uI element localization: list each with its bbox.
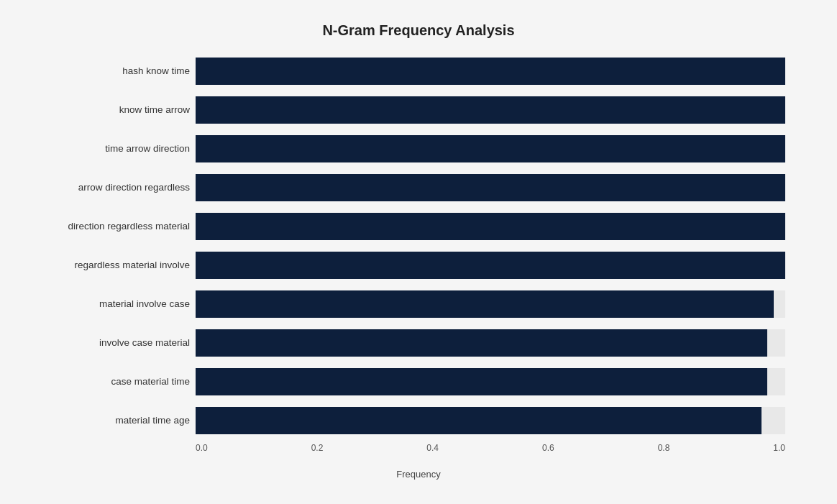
bar-background xyxy=(196,174,785,201)
bar-row: involve case material xyxy=(196,324,785,362)
bar-label: material involve case xyxy=(39,298,190,309)
bar-row: know time arrow xyxy=(196,91,785,129)
bar-background xyxy=(196,213,785,240)
x-tick-label: 0.8 xyxy=(658,443,670,453)
bar-row: hash know time xyxy=(196,52,785,91)
bar-background xyxy=(196,329,785,357)
bar-label: case material time xyxy=(39,376,190,387)
chart-plot: hash know timeknow time arrowtime arrow … xyxy=(37,52,800,480)
bar-row: material involve case xyxy=(196,285,785,324)
bar-fill xyxy=(196,96,785,124)
bar-fill xyxy=(196,252,785,279)
bar-background xyxy=(196,252,785,279)
bar-fill xyxy=(196,174,785,201)
x-tick-label: 0.0 xyxy=(196,443,208,453)
bar-row: regardless material involve xyxy=(196,246,785,285)
bar-label: know time arrow xyxy=(39,104,190,115)
bar-fill xyxy=(196,290,774,318)
chart-title: N-Gram Frequency Analysis xyxy=(37,22,800,39)
bar-fill xyxy=(196,135,785,162)
bar-fill xyxy=(196,213,785,240)
bar-row: material time age xyxy=(196,401,785,440)
bar-label: arrow direction regardless xyxy=(39,182,190,193)
bar-fill xyxy=(196,368,767,395)
bar-fill xyxy=(196,58,785,85)
bar-label: direction regardless material xyxy=(39,221,190,232)
x-axis-label: Frequency xyxy=(37,469,800,480)
bar-background xyxy=(196,58,785,85)
x-tick-label: 0.2 xyxy=(311,443,324,453)
chart-container: N-Gram Frequency Analysis hash know time… xyxy=(23,8,814,497)
bar-fill xyxy=(196,329,767,357)
bar-label: time arrow direction xyxy=(39,143,190,154)
bar-label: hash know time xyxy=(39,65,190,76)
bar-label: material time age xyxy=(39,415,190,426)
bar-label: regardless material involve xyxy=(39,260,190,270)
bar-row: direction regardless material xyxy=(196,207,785,246)
x-tick-label: 0.4 xyxy=(426,443,439,453)
x-tick-label: 0.6 xyxy=(542,443,554,453)
bar-row: case material time xyxy=(196,362,785,401)
bar-label: involve case material xyxy=(39,337,190,348)
bar-background xyxy=(196,407,785,434)
bar-row: arrow direction regardless xyxy=(196,168,785,207)
bar-background xyxy=(196,368,785,395)
bar-fill xyxy=(196,407,761,434)
x-ticks: 0.00.20.40.60.81.0 xyxy=(196,443,785,453)
bar-background xyxy=(196,135,785,162)
x-axis: 0.00.20.40.60.81.0 xyxy=(196,443,785,464)
bar-background xyxy=(196,290,785,318)
x-tick-label: 1.0 xyxy=(773,443,785,453)
bar-row: time arrow direction xyxy=(196,129,785,168)
chart-area: hash know timeknow time arrowtime arrow … xyxy=(196,52,785,440)
bar-background xyxy=(196,96,785,124)
